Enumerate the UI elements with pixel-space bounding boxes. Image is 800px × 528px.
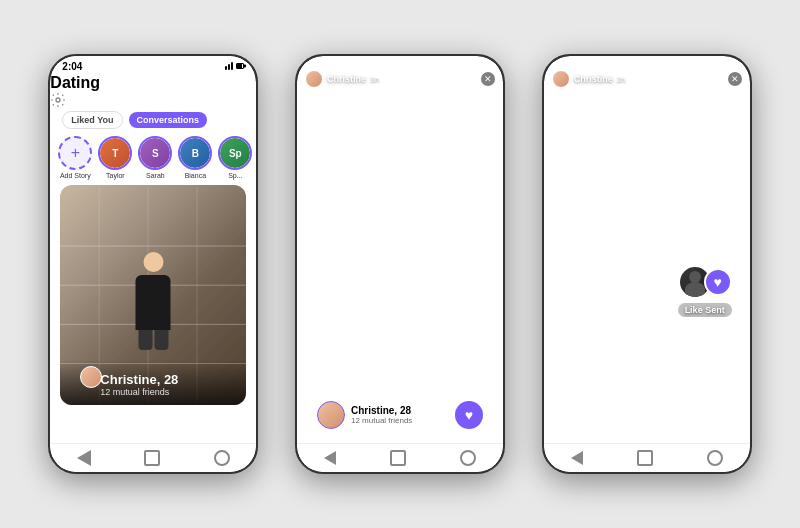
sarah-label: Sarah [146, 172, 165, 179]
story-close-icon[interactable]: ✕ [481, 72, 495, 86]
recent-button-2[interactable] [460, 450, 476, 466]
card-mutual: 12 mutual friends [100, 387, 178, 397]
story-card-info: Christine, 28 12 mutual friends [317, 401, 412, 429]
story-card-mutual: 12 mutual friends [351, 416, 412, 425]
story-close-icon-3[interactable]: ✕ [728, 72, 742, 86]
tab-liked-you[interactable]: Liked You [62, 111, 122, 129]
taylor-label: Taylor [106, 172, 125, 179]
bottom-nav-2 [297, 443, 503, 472]
story-progress [305, 62, 495, 64]
heart-icon-large: ♥ [713, 274, 721, 290]
taylor-avatar-circle: T [100, 138, 130, 168]
story-user-avatar-3 [552, 70, 570, 88]
gear-icon[interactable] [50, 92, 66, 108]
story-progress-3 [552, 62, 742, 64]
bottom-nav-1 [50, 443, 256, 472]
story-user-info: Christine 3h [305, 70, 379, 88]
stories-row: + Add Story T Taylor S Sarah [50, 132, 256, 183]
bianca-avatar: B [178, 136, 212, 170]
story-bianca[interactable]: B Bianca [178, 136, 212, 179]
story-progress-fill-3 [552, 62, 590, 64]
story-header-row: Christine 3h ··· ✕ [297, 68, 503, 90]
phone-2: VACATION MODE! ✈️ Christine [295, 54, 505, 474]
story-header-3: Christine 2h ··· ✕ [544, 56, 750, 90]
story-taylor[interactable]: T Taylor [98, 136, 132, 179]
sarah-avatar: S [138, 136, 172, 170]
tab-conversations[interactable]: Conversations [129, 112, 208, 128]
app-header: Dating [50, 74, 256, 108]
story-more-icon[interactable]: ··· [467, 72, 477, 86]
story-username: Christine [327, 74, 366, 84]
story-actions: ··· ✕ [467, 72, 495, 86]
status-time-1: 2:04 [62, 61, 82, 72]
sp-avatar-circle: Sp [220, 138, 250, 168]
story-card-text: Christine, 28 12 mutual friends [351, 405, 412, 425]
bianca-label: Bianca [185, 172, 206, 179]
story-time-3: 2h [617, 75, 626, 84]
card-overlay: Christine, 28 12 mutual friends [60, 360, 246, 405]
like-sent-label: Like Sent [678, 303, 732, 317]
back-button-3[interactable] [571, 451, 583, 465]
story-user-info-3: Christine 2h [552, 70, 626, 88]
card-info: Christine, 28 12 mutual friends [100, 372, 178, 397]
status-bar-1: 2:04 [50, 56, 256, 74]
heart-icon: ♥ [465, 407, 473, 423]
status-icons-1 [225, 62, 244, 70]
story-user-avatar [305, 70, 323, 88]
main-scene: 2:04 Dating [0, 0, 800, 528]
phone-1: 2:04 Dating [48, 54, 258, 474]
story-sp[interactable]: Sp Sp... [218, 136, 252, 179]
like-sent-popup: ♥ Like Sent [678, 265, 732, 317]
story-card-avatar [317, 401, 345, 429]
story-header-row-3: Christine 2h ··· ✕ [544, 68, 750, 90]
story-header-2: Christine 3h ··· ✕ [297, 56, 503, 90]
story-bottom-card: Christine, 28 12 mutual friends ♥ [307, 393, 493, 437]
story-time-2: 3h [370, 75, 379, 84]
like-sent-avatars: ♥ [678, 265, 732, 299]
story-username-3: Christine [574, 74, 613, 84]
back-button-2[interactable] [324, 451, 336, 465]
phone-3: Christine 2h ··· ✕ [542, 54, 752, 474]
recent-button-3[interactable] [707, 450, 723, 466]
home-button-1[interactable] [144, 450, 160, 466]
bottom-nav-3 [544, 443, 750, 472]
story-card-name: Christine, 28 [351, 405, 412, 416]
story-more-icon-3[interactable]: ··· [714, 72, 724, 86]
plus-icon: + [71, 144, 80, 162]
recent-button-1[interactable] [214, 450, 230, 466]
story-label-add: Add Story [60, 172, 91, 179]
story-sarah[interactable]: S Sarah [138, 136, 172, 179]
like-sent-heart-bubble: ♥ [704, 268, 732, 296]
add-story-avatar: + [58, 136, 92, 170]
svg-point-0 [56, 98, 60, 102]
home-button-2[interactable] [390, 450, 406, 466]
taylor-avatar: T [98, 136, 132, 170]
tabs-row: Liked You Conversations [50, 108, 256, 132]
sp-avatar: Sp [218, 136, 252, 170]
bianca-avatar-circle: B [180, 138, 210, 168]
story-progress-fill [305, 62, 372, 64]
story-actions-3: ··· ✕ [714, 72, 742, 86]
person-silhouette [136, 252, 171, 350]
sp-label: Sp... [228, 172, 242, 179]
card-name: Christine, 28 [100, 372, 178, 387]
sarah-avatar-circle: S [140, 138, 170, 168]
home-button-3[interactable] [637, 450, 653, 466]
main-profile-card[interactable]: Christine, 28 12 mutual friends [60, 185, 246, 405]
card-mini-avatar [80, 366, 102, 388]
story-heart-button[interactable]: ♥ [455, 401, 483, 429]
add-story-item[interactable]: + Add Story [58, 136, 92, 179]
back-button-1[interactable] [77, 450, 91, 466]
app-title: Dating [50, 74, 100, 91]
